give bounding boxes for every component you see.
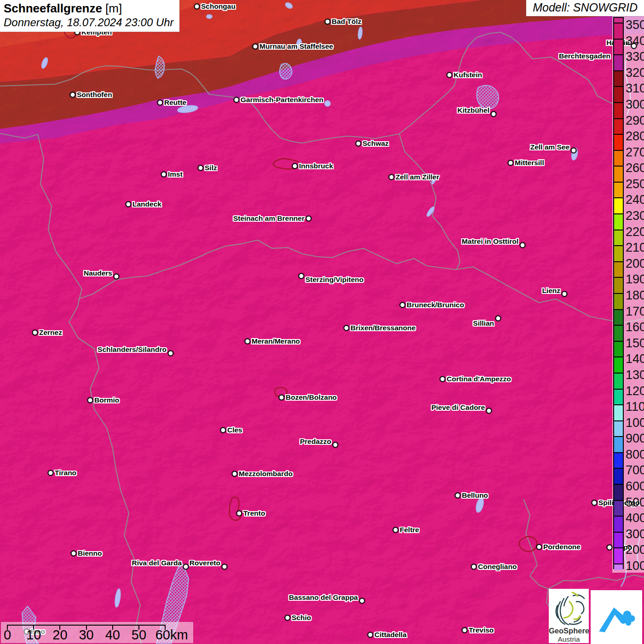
legend-tick-label: 800 xyxy=(626,447,644,461)
scalebar-label: 30 xyxy=(79,627,93,643)
city-label: Feltre xyxy=(400,526,419,534)
legend-segment xyxy=(614,437,623,453)
city-marker-dot xyxy=(220,427,226,433)
model-label: Modell: SNOWGRID xyxy=(526,0,644,16)
legend-segment xyxy=(614,23,623,39)
scalebar-label: 10 xyxy=(26,627,41,643)
city-label: Schio xyxy=(292,614,311,622)
city-label: Sillian xyxy=(473,319,494,328)
scalebar-label: 40 xyxy=(105,627,120,643)
city-marker-dot xyxy=(236,511,242,517)
legend-segment xyxy=(614,198,623,214)
legend-segment xyxy=(614,532,623,548)
city-marker-dot xyxy=(344,325,350,331)
title-text: Schneefallgrenze xyxy=(4,1,102,15)
legend-tick-label: 2400 xyxy=(626,193,644,207)
legend-tick-label: 1100 xyxy=(626,400,644,414)
geosphere-country: Austria xyxy=(549,635,589,644)
legend-tick-label: 1700 xyxy=(626,304,644,318)
city-marker-dot xyxy=(198,165,204,171)
city-label: Bienno xyxy=(78,549,102,558)
city-label: Rovereto xyxy=(190,559,220,567)
legend-tick-label: 400 xyxy=(626,511,644,525)
distance-scalebar: 0102030405060km xyxy=(1,622,193,643)
legend-tick-label: 3400 xyxy=(626,34,644,48)
geosphere-logo: GeoSphere Austria xyxy=(549,589,589,643)
legend-color-bar xyxy=(613,17,624,569)
legend-tick-label: 1900 xyxy=(626,272,644,287)
city-marker-dot xyxy=(440,376,446,382)
legend-segment xyxy=(614,389,623,405)
legend-tick-label: 2000 xyxy=(626,256,644,270)
city-marker-dot xyxy=(183,564,189,570)
city-marker-dot xyxy=(222,564,228,570)
city-marker-dot xyxy=(520,242,526,248)
legend-segment xyxy=(614,166,623,182)
city-marker-dot xyxy=(607,545,613,551)
city-layer: SchongauBad TölzKemptenMurnau am Staffel… xyxy=(0,0,644,644)
city-marker-dot xyxy=(234,97,240,103)
city-marker-dot xyxy=(292,163,298,169)
city-label: Brixen/Bressanone xyxy=(351,324,415,332)
city-label: Mittersill xyxy=(515,159,544,167)
title-unit: [m] xyxy=(105,1,122,15)
city-marker-dot xyxy=(194,4,200,10)
city-marker-dot xyxy=(508,160,514,166)
city-label: Treviso xyxy=(469,626,494,634)
city-label: Bad Tölz xyxy=(332,17,362,26)
city-marker-dot xyxy=(126,201,132,207)
city-marker-dot xyxy=(71,551,77,557)
legend-tick-label: 300 xyxy=(626,527,644,541)
legend-tick-label: 2700 xyxy=(626,145,644,159)
city-label: Meran/Merano xyxy=(252,337,300,345)
city-marker-dot xyxy=(368,632,374,638)
city-label: Mezzolombardo xyxy=(239,470,293,478)
legend-segment xyxy=(614,310,623,326)
geosphere-org-name: GeoSphere xyxy=(549,627,589,635)
city-label: Kitzbühel xyxy=(457,106,489,115)
map-product: 3500340033003200310030002900280027002600… xyxy=(0,0,644,644)
partner-logo-box xyxy=(591,590,642,644)
page-title: Schneefallgrenze [m] xyxy=(4,1,174,16)
city-label: Lienz xyxy=(542,287,560,295)
city-label: Zell am See xyxy=(530,143,569,151)
city-marker-dot xyxy=(393,527,399,533)
mountain-cloud-icon xyxy=(595,597,638,638)
city-label: Bruneck/Brunico xyxy=(407,301,464,309)
legend-tick-label: 600 xyxy=(626,479,644,494)
city-label: Tirano xyxy=(55,469,76,477)
legend-segment xyxy=(614,134,623,150)
legend-segment xyxy=(614,484,623,500)
city-marker-dot xyxy=(536,544,542,550)
legend-segment xyxy=(614,341,623,357)
city-label: Bozen/Bolzano xyxy=(286,393,337,402)
city-marker-dot xyxy=(114,274,120,280)
city-marker-dot xyxy=(389,174,395,180)
legend-tick-label: 3200 xyxy=(626,65,644,80)
city-marker-dot xyxy=(462,627,468,633)
city-marker-dot xyxy=(325,19,331,25)
legend-tick-label: 1600 xyxy=(626,320,644,334)
city-label: Schwaz xyxy=(362,139,389,148)
city-marker-dot xyxy=(32,330,38,336)
city-marker-dot xyxy=(87,397,93,403)
legend-tick-label: 2300 xyxy=(626,209,644,223)
legend-tick-label: 3300 xyxy=(626,50,644,64)
legend-segment xyxy=(614,357,623,373)
city-label: Predazzo xyxy=(300,437,331,446)
legend-segment xyxy=(614,564,623,570)
legend-tick-label: 1200 xyxy=(626,384,644,398)
city-marker-dot xyxy=(70,92,76,98)
city-marker-dot xyxy=(279,395,285,401)
legend-segment xyxy=(614,103,623,119)
city-marker-dot xyxy=(245,339,251,345)
city-marker-dot xyxy=(471,564,477,570)
legend-tick-label: 3000 xyxy=(626,97,644,111)
legend-tick-label: 2600 xyxy=(626,161,644,175)
city-label: Riva del Garda xyxy=(132,559,182,567)
city-marker-dot xyxy=(495,316,501,322)
legend-tick-label: 3500 xyxy=(626,18,644,32)
city-label: Conegliano xyxy=(478,563,517,571)
legend-segment xyxy=(614,246,623,262)
city-marker-dot xyxy=(232,471,238,477)
